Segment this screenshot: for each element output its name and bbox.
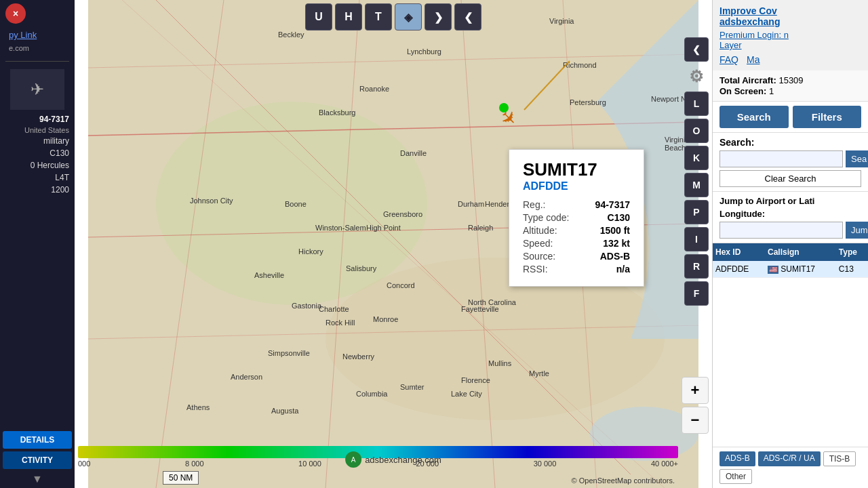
stats-section: Total Aircraft: 15309 On Screen: 1	[713, 70, 868, 102]
color-bar-label: 10 000	[298, 460, 321, 468]
aircraft-icon-thumb: ✈	[31, 80, 44, 99]
btn-i[interactable]: I	[684, 227, 709, 251]
country-display: United States	[0, 125, 75, 135]
adsb-logo-icon: A	[345, 451, 361, 468]
jump-button[interactable]: Jum	[846, 222, 868, 239]
left-sidebar: × py Link e.com ✈ 94-7317 United States …	[0, 0, 75, 488]
cell-type: C13	[836, 261, 868, 278]
scroll-down-icon[interactable]: ▼	[0, 470, 75, 488]
search-button[interactable]: Search	[719, 106, 789, 128]
typecode-display: C130	[0, 147, 75, 159]
speed-label: Speed:	[523, 238, 553, 249]
btn-k[interactable]: K	[684, 146, 709, 170]
aircraft-popup: SUMIT17 ADFDDE Reg.: 94-7317 Type code: …	[509, 149, 644, 287]
premium-login-link[interactable]: Premium Login: n	[719, 30, 861, 40]
btn-h[interactable]: H	[335, 3, 362, 30]
copy-link[interactable]: py Link	[3, 27, 71, 43]
transponder-display: L4T	[0, 171, 75, 184]
on-screen-value: 1	[769, 86, 774, 96]
ma-link[interactable]: Ma	[747, 54, 760, 65]
search-input[interactable]	[719, 150, 843, 167]
jump-input[interactable]	[719, 222, 843, 239]
zoom-controls: + −	[682, 377, 709, 434]
reg-value: 94-7317	[595, 199, 630, 210]
total-aircraft-value: 15309	[778, 75, 803, 85]
filter-tags: ADS-BADS-C/R / UATIS-BOther	[713, 447, 868, 488]
col-type[interactable]: Type	[836, 243, 868, 261]
btn-layer[interactable]: ◈	[395, 3, 422, 30]
popup-icao: ADFDDE	[523, 180, 630, 192]
reg-label: Reg.:	[523, 199, 545, 210]
filter-tag[interactable]: TIS-B	[823, 451, 856, 466]
btn-prev[interactable]: ❮	[454, 3, 481, 30]
source-value: ADS-B	[600, 251, 630, 262]
btn-u[interactable]: U	[305, 3, 332, 30]
zoom-out-button[interactable]: −	[682, 407, 709, 434]
btn-m[interactable]: M	[684, 173, 709, 197]
aircraft-dot	[499, 103, 509, 113]
activity-button[interactable]: CTIVITY	[3, 451, 72, 469]
filters-button[interactable]: Filters	[793, 106, 862, 128]
search-submit-button[interactable]: Sea	[846, 150, 868, 167]
color-bar-label: 40 000+	[651, 460, 678, 468]
map-top-controls: U H T ◈ ❯ ❮	[305, 3, 481, 30]
reg-display: 94-7317	[0, 113, 75, 125]
color-bar-label: 30 000	[534, 460, 557, 468]
btn-l[interactable]: L	[684, 92, 709, 116]
zoom-in-button[interactable]: +	[682, 377, 709, 404]
color-bar-label: 000	[78, 460, 90, 468]
site-url: e.com	[3, 43, 71, 54]
search-label: Search:	[719, 137, 861, 148]
adsb-logo: A adsbexchange.com	[345, 451, 441, 468]
aircraft-table: Hex ID Callsign Type ADFDDE 🇺🇸 SUMIT17 C…	[713, 243, 868, 278]
popup-callsign: SUMIT17	[523, 159, 630, 180]
details-button[interactable]: DETAILS	[3, 431, 72, 449]
filter-tag[interactable]: ADS-B	[719, 451, 755, 466]
typecode-label: Type code:	[523, 212, 570, 223]
filter-tag[interactable]: Other	[719, 469, 752, 484]
total-aircraft-label: Total Aircraft:	[719, 75, 776, 85]
altitude-label: Altitude:	[523, 225, 557, 236]
btn-back[interactable]: ❮	[684, 37, 709, 62]
layer-link[interactable]: Layer	[719, 40, 861, 50]
military-display: military	[0, 135, 75, 147]
close-button[interactable]: ×	[5, 3, 26, 24]
speed-value: 132 kt	[603, 238, 630, 249]
squawk-display: 1200	[0, 184, 75, 196]
rssi-label: RSSI:	[523, 264, 548, 274]
close-icon: ×	[13, 8, 18, 19]
adsbexchange-link[interactable]: adsbexchang	[719, 16, 861, 27]
cell-hexid: ADFDDE	[713, 261, 765, 278]
aircraft-table-container: Hex ID Callsign Type ADFDDE 🇺🇸 SUMIT17 C…	[713, 243, 868, 447]
main-buttons: Search Filters	[713, 102, 868, 133]
col-callsign[interactable]: Callsign	[765, 243, 836, 261]
typecode-value: C130	[608, 212, 630, 223]
scale-indicator: 50 NM	[163, 471, 199, 485]
col-hexid[interactable]: Hex ID	[713, 243, 765, 261]
btn-next[interactable]: ❯	[425, 3, 452, 30]
jump-label: Jump to Airport or Lati	[719, 196, 861, 206]
btn-f[interactable]: F	[684, 281, 709, 306]
adsb-logo-text: adsbexchange.com	[365, 455, 441, 465]
btn-o[interactable]: O	[684, 119, 709, 143]
clear-search-button[interactable]: Clear Search	[719, 170, 861, 187]
color-bar-label: 8 000	[185, 460, 204, 468]
rssi-value: n/a	[616, 264, 630, 274]
aircraft-thumbnail: ✈	[10, 69, 64, 110]
table-row[interactable]: ADFDDE 🇺🇸 SUMIT17 C13	[713, 261, 868, 278]
svg-point-2	[156, 102, 427, 305]
flag-icon: 🇺🇸	[768, 266, 778, 274]
jump-section: Jump to Airport or Lati Longitude: Jum	[713, 192, 868, 243]
improve-coverage-link[interactable]: Improve Cov	[719, 5, 861, 16]
map-area[interactable]: BeckleyLynchburgVirginiaRichmondPetersbu…	[75, 0, 712, 488]
btn-t[interactable]: T	[365, 3, 392, 30]
filter-tag[interactable]: ADS-C/R / UA	[758, 451, 821, 466]
btn-r[interactable]: R	[684, 254, 709, 279]
btn-p[interactable]: P	[684, 200, 709, 224]
gear-icon[interactable]: ⚙	[684, 64, 709, 89]
map-attribution: © OpenStreetMap contributors.	[572, 476, 675, 485]
search-section: Search: Sea Clear Search	[713, 133, 868, 192]
source-label: Source:	[523, 251, 555, 262]
faq-link[interactable]: FAQ	[719, 54, 738, 65]
name-display: 0 Hercules	[0, 159, 75, 171]
